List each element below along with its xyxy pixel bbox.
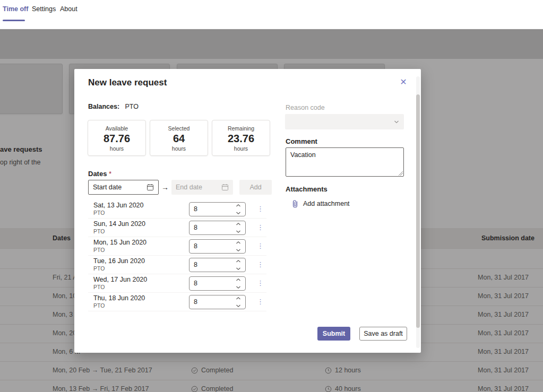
chevron-up-icon[interactable] [236, 278, 242, 282]
add-date-range-button[interactable]: Add [239, 180, 272, 195]
more-options-icon[interactable]: ⋮ [257, 223, 264, 232]
close-icon[interactable]: ✕ [397, 76, 410, 89]
dialog-title: New leave request [88, 77, 167, 88]
chevron-up-icon[interactable] [236, 241, 242, 245]
balances-row: Balances: PTO [88, 103, 139, 110]
balances-value: PTO [125, 103, 139, 110]
leave-day-type: PTO [93, 284, 105, 290]
new-leave-request-dialog: New leave request ✕ Balances: PTO Availa… [74, 69, 421, 353]
chevron-up-icon[interactable] [236, 259, 242, 263]
calendar-icon[interactable] [146, 184, 154, 191]
hours-stepper[interactable] [189, 295, 246, 309]
leave-day-date: Sun, 14 Jun 2020 [93, 220, 145, 228]
balances-label: Balances: [88, 103, 119, 110]
tab-settings[interactable]: Settings [32, 5, 56, 13]
card-label: Remaining [212, 125, 270, 132]
save-as-draft-button[interactable]: Save as draft [359, 327, 407, 341]
card-unit: hours [150, 145, 208, 152]
calendar-icon[interactable] [221, 184, 229, 191]
tab-bar: Time off Settings About [0, 0, 543, 29]
resize-grip-icon[interactable] [398, 171, 403, 176]
remaining-hours-card: Remaining 23.76 hours [212, 120, 270, 156]
app-window: Time off Settings About ave requests op … [0, 0, 543, 392]
more-options-icon[interactable]: ⋮ [257, 260, 264, 269]
comment-field[interactable]: Vacation [286, 147, 404, 177]
more-options-icon[interactable]: ⋮ [257, 278, 264, 288]
paperclip-icon [292, 199, 298, 208]
start-date-input[interactable] [93, 184, 146, 191]
chevron-up-icon[interactable] [236, 222, 242, 226]
balance-summary-cards: Available 87.76 hours Selected 64 hours … [88, 120, 270, 156]
start-date-field[interactable] [88, 180, 159, 195]
leave-day-row: Thu, 18 Jun 2020 PTO ⋮ [88, 293, 266, 311]
leave-day-date: Wed, 17 Jun 2020 [93, 276, 147, 283]
attachments-label: Attachments [286, 185, 327, 193]
tab-about[interactable]: About [60, 5, 77, 13]
selected-dates-list: Sat, 13 Jun 2020 PTO ⋮ Sun, 14 Jun 2020 … [88, 200, 266, 311]
dropdown-chevron-icon [393, 119, 400, 125]
submit-button[interactable]: Submit [317, 327, 350, 341]
active-tab-indicator [3, 20, 25, 21]
reason-code-dropdown[interactable] [285, 114, 404, 129]
leave-day-date: Tue, 16 Jun 2020 [93, 257, 145, 265]
arrow-right-icon: → [159, 183, 171, 191]
chevron-down-icon[interactable] [236, 285, 242, 289]
hours-stepper[interactable] [189, 276, 246, 291]
card-value: 23.76 [212, 132, 270, 145]
leave-day-date: Thu, 18 Jun 2020 [93, 294, 145, 302]
leave-day-type: PTO [93, 228, 105, 234]
leave-day-type: PTO [93, 302, 105, 309]
available-hours-card: Available 87.76 hours [88, 120, 146, 156]
add-attachment-label: Add attachment [303, 200, 350, 207]
dates-label-text: Dates [88, 170, 107, 178]
chevron-up-icon[interactable] [236, 204, 242, 207]
scrollbar-thumb[interactable] [416, 94, 420, 328]
more-options-icon[interactable]: ⋮ [257, 241, 264, 250]
leave-day-row: Mon, 15 Jun 2020 PTO ⋮ [88, 237, 266, 256]
tab-time-off[interactable]: Time off [3, 5, 28, 13]
hours-input[interactable] [194, 240, 228, 252]
card-value: 64 [150, 132, 208, 145]
chevron-up-icon[interactable] [236, 297, 242, 300]
leave-day-type: PTO [93, 210, 105, 216]
date-range-picker: → Add [88, 180, 272, 195]
hours-input[interactable] [194, 258, 228, 271]
leave-day-row: Sat, 13 Jun 2020 PTO ⋮ [88, 200, 266, 219]
leave-day-row: Tue, 16 Jun 2020 PTO ⋮ [88, 256, 266, 274]
hours-input[interactable] [194, 221, 228, 234]
hours-input[interactable] [194, 295, 228, 308]
chevron-down-icon[interactable] [236, 304, 242, 308]
card-label: Selected [150, 125, 208, 132]
chevron-down-icon[interactable] [236, 230, 242, 233]
card-value: 87.76 [88, 132, 145, 145]
hours-stepper[interactable] [189, 239, 246, 254]
comment-label: Comment [286, 137, 317, 145]
selected-hours-card: Selected 64 hours [150, 120, 208, 156]
chevron-down-icon[interactable] [236, 211, 242, 215]
leave-day-type: PTO [93, 265, 105, 272]
dates-section-label: Dates * [88, 170, 111, 178]
card-unit: hours [88, 145, 145, 152]
more-options-icon[interactable]: ⋮ [257, 297, 264, 306]
more-options-icon[interactable]: ⋮ [257, 204, 264, 213]
chevron-down-icon[interactable] [236, 248, 242, 252]
card-label: Available [88, 125, 145, 132]
leave-day-date: Mon, 15 Jun 2020 [93, 239, 146, 246]
leave-day-type: PTO [93, 247, 105, 253]
comment-textarea[interactable]: Vacation [286, 148, 403, 176]
hours-stepper[interactable] [189, 202, 246, 216]
card-unit: hours [212, 145, 270, 152]
hours-input[interactable] [194, 277, 228, 290]
end-date-field[interactable] [171, 180, 233, 195]
end-date-input[interactable] [176, 184, 221, 191]
reason-code-label: Reason code [286, 104, 325, 111]
add-attachment-button[interactable]: Add attachment [292, 199, 350, 208]
leave-day-row: Sun, 14 Jun 2020 PTO ⋮ [88, 219, 266, 237]
hours-stepper[interactable] [189, 258, 246, 272]
required-asterisk: * [109, 170, 111, 178]
dialog-scrollbar[interactable] [416, 76, 420, 348]
chevron-down-icon[interactable] [236, 267, 242, 271]
hours-input[interactable] [194, 203, 228, 215]
leave-day-row: Wed, 17 Jun 2020 PTO ⋮ [88, 274, 266, 293]
hours-stepper[interactable] [189, 221, 246, 235]
